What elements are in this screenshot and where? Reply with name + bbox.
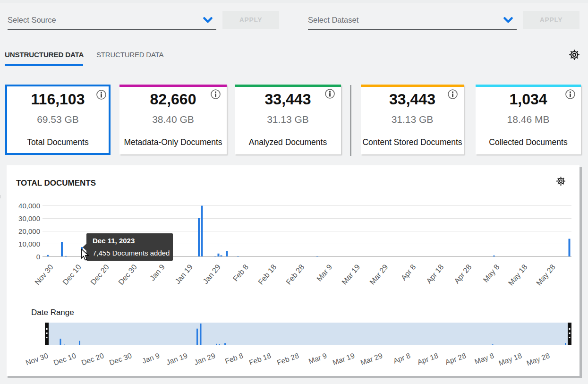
svg-text:Dec 10: Dec 10 xyxy=(61,263,83,286)
svg-text:0: 0 xyxy=(36,253,40,261)
svg-text:Feb 28: Feb 28 xyxy=(276,351,300,367)
svg-text:Feb 8: Feb 8 xyxy=(231,263,250,282)
svg-text:Dec 30: Dec 30 xyxy=(117,263,138,286)
svg-text:Jan 19: Jan 19 xyxy=(165,351,188,367)
svg-text:Dec 20: Dec 20 xyxy=(80,351,105,367)
svg-text:Jan 29: Jan 29 xyxy=(193,351,216,367)
svg-text:Mar 19: Mar 19 xyxy=(340,263,361,286)
svg-text:Feb 18: Feb 18 xyxy=(248,351,272,367)
svg-text:Mar 9: Mar 9 xyxy=(315,263,333,282)
svg-text:Apr 18: Apr 18 xyxy=(425,263,445,285)
svg-text:Feb 8: Feb 8 xyxy=(224,351,244,366)
svg-text:Mar 29: Mar 29 xyxy=(368,263,389,286)
svg-text:Mar 9: Mar 9 xyxy=(307,351,328,366)
svg-text:Apr 8: Apr 8 xyxy=(400,263,418,282)
svg-text:Jan 9: Jan 9 xyxy=(141,351,161,365)
svg-text:Feb 18: Feb 18 xyxy=(256,263,278,286)
svg-text:40,000: 40,000 xyxy=(18,202,40,210)
svg-text:Apr 8: Apr 8 xyxy=(392,351,411,365)
svg-text:30,000: 30,000 xyxy=(18,214,40,222)
svg-text:May 18: May 18 xyxy=(497,351,523,367)
svg-text:Feb 28: Feb 28 xyxy=(284,263,306,286)
svg-text:Jan 29: Jan 29 xyxy=(201,263,222,285)
svg-text:Apr 28: Apr 28 xyxy=(444,351,467,367)
svg-text:Dec 10: Dec 10 xyxy=(52,351,77,367)
svg-text:May 18: May 18 xyxy=(507,263,529,287)
svg-text:Mar 29: Mar 29 xyxy=(359,351,383,367)
svg-text:May 8: May 8 xyxy=(474,351,495,366)
svg-text:May 28: May 28 xyxy=(525,351,551,367)
svg-text:Dec 30: Dec 30 xyxy=(108,351,133,367)
svg-text:Apr 18: Apr 18 xyxy=(416,351,439,367)
svg-text:Nov 30: Nov 30 xyxy=(33,263,55,286)
svg-text:Jan 19: Jan 19 xyxy=(173,263,194,285)
svg-text:Nov 30: Nov 30 xyxy=(25,351,49,367)
svg-text:May 28: May 28 xyxy=(535,263,557,287)
svg-text:10,000: 10,000 xyxy=(18,240,40,248)
svg-text:Apr 28: Apr 28 xyxy=(452,263,473,285)
svg-text:May 8: May 8 xyxy=(482,263,501,283)
svg-text:Jan 9: Jan 9 xyxy=(148,263,166,282)
svg-text:20,000: 20,000 xyxy=(18,227,40,235)
svg-text:Mar 19: Mar 19 xyxy=(332,351,356,367)
svg-text:Dec 20: Dec 20 xyxy=(89,263,111,286)
